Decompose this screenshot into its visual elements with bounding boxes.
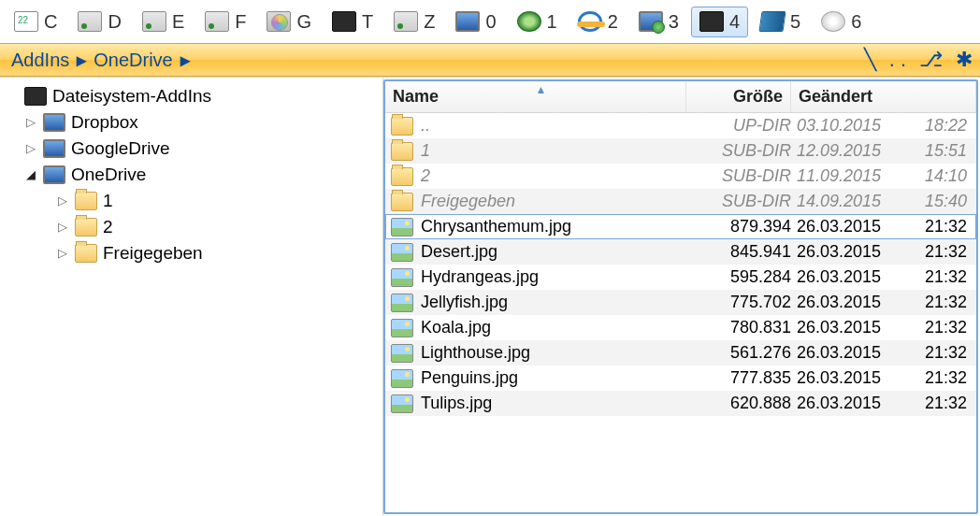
file-name: Hydrangeas.jpg <box>421 267 692 287</box>
column-header-modified[interactable]: Geändert <box>791 81 976 112</box>
collapse-icon[interactable] <box>6 90 19 103</box>
drive-letter: E <box>172 11 184 33</box>
monitor-icon <box>43 165 65 184</box>
expand-icon[interactable]: ▷ <box>56 221 69 234</box>
hdd-icon <box>205 11 229 32</box>
file-name: .. <box>421 116 692 136</box>
tree-item-label: OneDrive <box>71 165 146 185</box>
drive-button-Z[interactable]: Z <box>385 7 443 37</box>
file-row[interactable]: Jellyfish.jpg775.70226.03.201521:32 <box>385 290 976 315</box>
folder-icon <box>75 192 97 210</box>
drive-button-2[interactable]: 2 <box>569 7 627 37</box>
image-file-icon <box>391 243 413 262</box>
file-list-pane: Name ▲ Größe Geändert ..UP-DIR03.10.2015… <box>383 79 978 514</box>
main-panes: Dateisystem-AddIns▷Dropbox▷GoogleDrive◢O… <box>0 77 980 516</box>
file-date: 26.03.2015 <box>797 343 907 363</box>
file-row[interactable]: Koala.jpg780.83126.03.201521:32 <box>385 315 976 340</box>
tree-item-label: GoogleDrive <box>71 138 170 159</box>
file-date: 26.03.2015 <box>797 318 907 337</box>
drive-button-T[interactable]: T <box>324 7 382 37</box>
dvd-icon <box>267 11 291 32</box>
expand-icon[interactable]: ▷ <box>24 116 37 129</box>
image-file-icon <box>391 369 413 388</box>
drive-button-D[interactable]: D <box>69 7 129 37</box>
image-file-icon <box>391 394 413 413</box>
file-name: Tulips.jpg <box>421 394 692 413</box>
folder-icon <box>391 167 413 186</box>
file-row[interactable]: Chrysanthemum.jpg879.39426.03.201521:32 <box>385 214 976 239</box>
drive-letter: T <box>362 11 373 33</box>
file-size: 780.831 <box>692 318 797 337</box>
file-size: SUB-DIR <box>692 166 797 186</box>
drive-button-0[interactable]: 0 <box>447 7 504 37</box>
file-row[interactable]: Lighthouse.jpg561.27626.03.201521:32 <box>385 340 976 366</box>
tree-item[interactable]: ▷Freigegeben <box>4 240 379 266</box>
column-header-name[interactable]: Name ▲ <box>385 81 686 112</box>
path-tool-icon[interactable]: ╲ <box>864 48 876 72</box>
collapse-icon[interactable]: ◢ <box>24 168 37 181</box>
drive-button-5[interactable]: 5 <box>752 7 809 37</box>
file-size: SUB-DIR <box>692 141 797 161</box>
tree-item-label: Freigegeben <box>103 243 203 264</box>
drive-button-1[interactable]: 1 <box>509 7 566 37</box>
tree-item-label: 1 <box>103 191 113 211</box>
drive-button-E[interactable]: E <box>134 7 193 37</box>
tree-item[interactable]: ◢OneDrive <box>4 162 379 188</box>
tree-toggle-icon[interactable]: ⎇ <box>919 48 943 72</box>
drive-button-F[interactable]: F <box>196 7 254 37</box>
file-date: 03.10.2015 <box>797 116 907 136</box>
breadcrumb-segment[interactable]: OneDrive <box>90 50 176 71</box>
drive-letter: 0 <box>485 11 496 33</box>
breadcrumb-separator-icon: ▸ <box>73 49 90 71</box>
file-date: 12.09.2015 <box>797 141 907 161</box>
tree-item[interactable]: Dateisystem-AddIns <box>4 83 379 109</box>
folder-row[interactable]: 1SUB-DIR12.09.201515:51 <box>385 138 976 164</box>
image-file-icon <box>391 218 413 236</box>
file-time: 21:32 <box>907 242 971 262</box>
favorite-icon[interactable]: ✱ <box>956 48 973 72</box>
folder-tree: Dateisystem-AddIns▷Dropbox▷GoogleDrive◢O… <box>0 78 383 516</box>
file-date: 14.09.2015 <box>797 192 907 211</box>
column-header-size[interactable]: Größe <box>686 81 791 112</box>
expand-icon[interactable]: ▷ <box>56 247 69 260</box>
parent-dir-icon[interactable]: . . <box>889 48 906 72</box>
file-time: 21:32 <box>907 293 971 312</box>
drive-button-6[interactable]: 6 <box>813 7 870 37</box>
file-row[interactable]: Penguins.jpg777.83526.03.201521:32 <box>385 366 976 391</box>
tree-item[interactable]: ▷2 <box>4 214 379 240</box>
hdd-icon <box>394 11 418 32</box>
expand-icon[interactable]: ▷ <box>56 194 69 208</box>
file-time: 15:51 <box>907 141 971 161</box>
globe-icon <box>517 11 541 32</box>
monitor-icon <box>43 113 65 132</box>
file-name: Koala.jpg <box>421 318 692 337</box>
file-time: 14:10 <box>907 166 971 186</box>
tree-item[interactable]: ▷Dropbox <box>4 109 379 136</box>
file-row[interactable]: Tulips.jpg620.88826.03.201521:32 <box>385 391 976 416</box>
file-date: 26.03.2015 <box>797 217 907 236</box>
file-size: 561.276 <box>692 343 797 363</box>
expand-icon[interactable]: ▷ <box>24 142 37 155</box>
folder-row[interactable]: 2SUB-DIR11.09.201514:10 <box>385 164 976 189</box>
file-name: Lighthouse.jpg <box>421 343 692 363</box>
tree-item-label: 2 <box>103 217 113 237</box>
drive-letter: 3 <box>669 11 679 33</box>
drive-button-3[interactable]: 3 <box>630 7 687 37</box>
file-name: Freigegeben <box>421 192 692 211</box>
file-time: 15:40 <box>907 192 971 211</box>
drive-button-G[interactable]: G <box>258 7 320 37</box>
file-row[interactable]: Desert.jpg845.94126.03.201521:32 <box>385 239 976 265</box>
breadcrumb-separator-icon: ▸ <box>177 49 194 71</box>
folder-row[interactable]: ..UP-DIR03.10.201518:22 <box>385 113 976 138</box>
file-time: 21:32 <box>907 217 971 236</box>
breadcrumb-segment[interactable]: AddIns <box>7 50 73 71</box>
tree-item[interactable]: ▷1 <box>4 188 379 214</box>
file-time: 18:22 <box>907 116 971 136</box>
tree-item[interactable]: ▷GoogleDrive <box>4 136 379 162</box>
drive-button-4[interactable]: 4 <box>691 7 748 37</box>
file-name: 2 <box>421 166 692 186</box>
file-size: 775.702 <box>692 293 797 312</box>
folder-row[interactable]: FreigegebenSUB-DIR14.09.201515:40 <box>385 189 976 214</box>
file-row[interactable]: Hydrangeas.jpg595.28426.03.201521:32 <box>385 265 976 290</box>
drive-button-C[interactable]: C <box>6 7 65 37</box>
